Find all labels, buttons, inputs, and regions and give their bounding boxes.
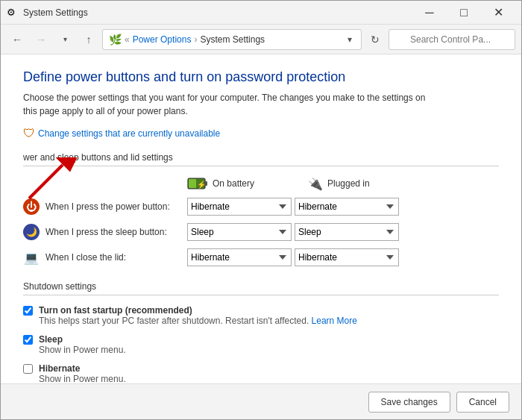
lid-icon: 💻 — [23, 249, 40, 266]
lid-battery-select[interactable]: Hibernate Sleep Do nothing Shut down — [187, 248, 292, 266]
shutdown-item-hibernate: Hibernate Show in Power menu. — [23, 363, 499, 383]
battery-col-label: On battery — [213, 178, 254, 189]
forward-button[interactable]: → — [31, 29, 51, 50]
svg-rect-3 — [189, 179, 196, 188]
sleep-button-dropdowns: Sleep Hibernate Do nothing Shut down Sle… — [187, 223, 399, 241]
change-settings-link[interactable]: 🛡 Change settings that are currently una… — [23, 127, 499, 140]
sleep-button-row: 🌙 When I press the sleep button: Sleep H… — [23, 223, 499, 241]
plugged-col-label: Plugged in — [327, 178, 370, 189]
fast-startup-label: Turn on fast startup (recommended) — [39, 305, 192, 316]
window-icon: ⚙ — [7, 7, 19, 19]
breadcrumb-icon: 🌿 — [109, 34, 122, 46]
sleep-battery-select[interactable]: Sleep Hibernate Do nothing Shut down — [187, 223, 292, 241]
title-bar: ⚙ System Settings ─ □ ✕ — [1, 1, 521, 25]
sleep-desc: Show in Power menu. — [39, 345, 126, 355]
sleep-label: Sleep — [39, 334, 63, 345]
search-input[interactable] — [389, 29, 515, 50]
refresh-button[interactable]: ↻ — [365, 29, 386, 50]
hibernate-label: Hibernate — [39, 363, 80, 374]
button-settings-section: wer and sleep buttons and lid settings ⚡… — [23, 152, 499, 266]
breadcrumb-current: System Settings — [200, 34, 265, 45]
column-headers: ⚡ On battery 🔌 Plugged in — [23, 175, 499, 192]
svg-text:⚡: ⚡ — [197, 180, 207, 189]
window-title: System Settings — [23, 7, 412, 18]
close-button[interactable]: ✕ — [481, 1, 515, 25]
power-button-label: ⏻ When I press the power button: — [23, 198, 187, 215]
shield-icon: 🛡 — [23, 127, 35, 140]
learn-more-link[interactable]: Learn More — [312, 316, 357, 326]
lid-dropdowns: Hibernate Sleep Do nothing Shut down Hib… — [187, 248, 399, 266]
power-button-dropdowns: Hibernate Sleep Do nothing Shut down Tur… — [187, 198, 399, 216]
battery-column-header: ⚡ On battery — [187, 176, 306, 191]
content-area: Define power buttons and turn on passwor… — [1, 54, 521, 383]
svg-text:🔌: 🔌 — [308, 177, 323, 191]
battery-icon: ⚡ — [187, 176, 208, 191]
lid-plugged-select[interactable]: Hibernate Sleep Do nothing Shut down — [295, 248, 399, 266]
fast-startup-checkbox[interactable] — [23, 306, 33, 316]
search-wrapper: 🔍 — [389, 29, 515, 50]
page-description: Choose the power settings that you want … — [23, 91, 441, 118]
breadcrumb-dropdown[interactable]: ▾ — [345, 33, 355, 46]
power-plugged-select[interactable]: Hibernate Sleep Do nothing Shut down Tur… — [295, 198, 399, 216]
shutdown-item-fast-startup: Turn on fast startup (recommended) This … — [23, 304, 499, 326]
window-controls: ─ □ ✕ — [412, 1, 515, 25]
page-title: Define power buttons and turn on passwor… — [23, 69, 499, 85]
power-icon: ⏻ — [23, 198, 40, 215]
plug-icon: 🔌 — [306, 175, 323, 192]
minimize-button[interactable]: ─ — [412, 1, 447, 25]
sleep-icon: 🌙 — [23, 224, 40, 240]
power-battery-select[interactable]: Hibernate Sleep Do nothing Shut down Tur… — [187, 198, 292, 216]
up-button[interactable]: ↑ — [78, 29, 99, 50]
sleep-plugged-select[interactable]: Sleep Hibernate Do nothing Shut down — [295, 223, 399, 241]
hibernate-desc: Show in Power menu. — [39, 374, 126, 383]
lid-row: 💻 When I close the lid: Hibernate Sleep … — [23, 248, 499, 266]
fast-startup-desc: This helps start your PC faster after sh… — [39, 316, 357, 326]
save-button[interactable]: Save changes — [368, 392, 450, 413]
back-button[interactable]: ← — [7, 29, 28, 50]
lid-label: 💻 When I close the lid: — [23, 249, 187, 266]
plugged-column-header: 🔌 Plugged in — [306, 175, 426, 192]
main-window: ⚙ System Settings ─ □ ✕ ← → ▾ ↑ 🌿 « Powe… — [0, 0, 522, 420]
shutdown-section-title: Shutdown settings — [23, 281, 499, 295]
button-section-title: wer and sleep buttons and lid settings — [23, 152, 499, 166]
power-button-row: ⏻ When I press the power button: Hiberna… — [23, 198, 499, 216]
history-button[interactable]: ▾ — [54, 29, 75, 50]
breadcrumb: 🌿 « Power Options › System Settings ▾ — [102, 29, 362, 50]
breadcrumb-poweropt[interactable]: Power Options — [133, 34, 192, 45]
shutdown-item-sleep: Sleep Show in Power menu. — [23, 333, 499, 355]
hibernate-checkbox[interactable] — [23, 364, 33, 374]
cancel-button[interactable]: Cancel — [456, 392, 509, 413]
maximize-button[interactable]: □ — [447, 1, 481, 25]
footer: Save changes Cancel — [1, 383, 521, 419]
breadcrumb-separator-0: « — [125, 34, 130, 45]
breadcrumb-sep: › — [194, 34, 197, 45]
shutdown-section: Shutdown settings Turn on fast startup (… — [23, 281, 499, 383]
sleep-button-label: 🌙 When I press the sleep button: — [23, 224, 187, 240]
nav-bar: ← → ▾ ↑ 🌿 « Power Options › System Setti… — [1, 25, 521, 54]
sleep-checkbox[interactable] — [23, 335, 33, 345]
